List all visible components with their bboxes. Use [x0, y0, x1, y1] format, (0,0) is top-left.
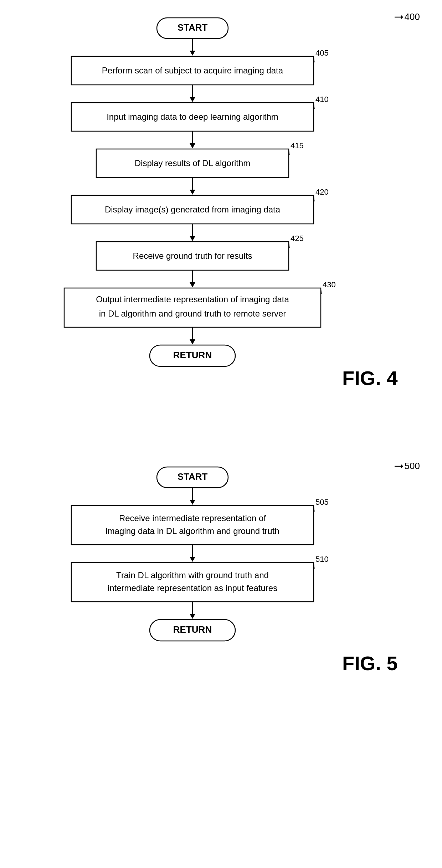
svg-text:FIG. 4: FIG. 4	[342, 367, 398, 389]
svg-marker-23	[190, 190, 195, 195]
svg-text:imaging data in DL algorithm a: imaging data in DL algorithm and ground …	[106, 526, 279, 536]
fig4-flowchart-svg: START Perform scan of subject to acquire…	[43, 7, 399, 428]
svg-marker-17	[190, 143, 195, 148]
fig4-section: 400 START Perform scan of subject to acq…	[0, 7, 442, 442]
svg-text:FIG. 5: FIG. 5	[342, 652, 398, 674]
svg-text:Receive intermediate represent: Receive intermediate representation of	[119, 513, 266, 523]
svg-text:Input imaging data to deep lea: Input imaging data to deep learning algo…	[107, 112, 278, 122]
svg-marker-29	[190, 236, 195, 241]
svg-text:430: 430	[323, 280, 336, 289]
svg-text:Train DL algorithm with ground: Train DL algorithm with ground truth and	[116, 570, 269, 580]
svg-text:Output intermediate representa: Output intermediate representation of im…	[96, 294, 289, 304]
svg-text:START: START	[178, 22, 208, 33]
svg-marker-11	[190, 97, 195, 102]
svg-marker-35	[190, 282, 195, 287]
svg-marker-42	[190, 339, 195, 344]
svg-text:420: 420	[315, 188, 329, 196]
fig5-section: 500 START Receive intermediate represent…	[0, 456, 442, 859]
svg-marker-1	[401, 15, 403, 19]
svg-text:in DL algorithm and ground tru: in DL algorithm and ground truth to remo…	[99, 309, 286, 318]
svg-rect-59	[71, 563, 314, 602]
svg-text:425: 425	[291, 234, 304, 243]
svg-text:intermediate representation as: intermediate representation as input fea…	[108, 583, 277, 593]
svg-text:415: 415	[291, 141, 304, 150]
svg-rect-36	[64, 288, 321, 327]
svg-marker-5	[190, 51, 195, 56]
svg-text:RETURN: RETURN	[173, 624, 212, 635]
svg-text:Perform scan of subject to acq: Perform scan of subject to acquire imagi…	[102, 66, 283, 75]
fig5-flowchart-svg: START Receive intermediate representatio…	[43, 456, 399, 848]
svg-marker-65	[190, 614, 195, 619]
svg-text:510: 510	[315, 555, 329, 564]
svg-text:Receive ground truth for resul: Receive ground truth for results	[133, 251, 252, 261]
svg-marker-51	[190, 500, 195, 505]
svg-text:Display image(s) generated fro: Display image(s) generated from imaging …	[105, 205, 281, 214]
diagram-container: 400 START Perform scan of subject to acq…	[0, 0, 442, 868]
svg-text:START: START	[178, 471, 208, 482]
svg-marker-47	[401, 464, 403, 468]
svg-marker-58	[190, 557, 195, 562]
svg-text:410: 410	[315, 95, 329, 104]
svg-text:Display results of DL algorith: Display results of DL algorithm	[135, 158, 251, 168]
svg-rect-52	[71, 505, 314, 545]
svg-text:405: 405	[315, 48, 329, 57]
svg-text:RETURN: RETURN	[173, 350, 212, 360]
svg-text:505: 505	[315, 498, 329, 507]
